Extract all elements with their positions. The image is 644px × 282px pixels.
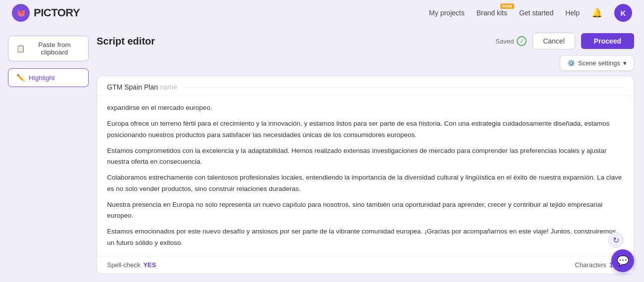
nav-my-projects[interactable]: My projects [429, 9, 465, 17]
scene-settings-label: Scene settings [578, 59, 620, 67]
scene-settings-button[interactable]: ⚙️ Scene settings ▾ [560, 55, 634, 71]
logo-area: 🐙 PICTORY [12, 4, 80, 22]
editor-box: GTM Spain Plan name expandirse en el mer… [97, 76, 634, 274]
paragraph-3: Colaboramos estrechamente con talentosos… [107, 172, 624, 194]
gear-icon: ⚙️ [567, 59, 575, 67]
logo-text: PICTORY [34, 6, 80, 19]
editor-content[interactable]: expandirse en el mercado europeo. Europa… [97, 95, 634, 256]
characters-label: Characters [575, 261, 607, 269]
new-badge: NEW [500, 3, 514, 9]
editor-title: Script editor [97, 36, 155, 47]
clipboard-icon: 📋 [16, 45, 25, 52]
paragraph-1: Europa ofrece un terreno fértil para el … [107, 118, 624, 141]
paste-from-clipboard-button[interactable]: 📋 Paste from clipboard [8, 36, 89, 61]
proceed-button[interactable]: Proceed [581, 33, 634, 49]
editor-header-right: Saved ✓ Cancel Proceed [495, 33, 634, 49]
chat-icon: 💬 [617, 255, 629, 267]
navbar-right: My projects Brand kits NEW Get started H… [429, 4, 632, 22]
project-name-row: GTM Spain Plan name [97, 76, 634, 95]
nav-brand-kits[interactable]: Brand kits [477, 9, 507, 17]
logo-icon: 🐙 [12, 4, 30, 22]
paragraph-5: Estamos emocionados por este nuevo desaf… [107, 226, 624, 248]
refresh-button[interactable]: ↻ [608, 232, 624, 248]
refresh-icon: ↻ [613, 235, 619, 245]
highlight-button[interactable]: ✏️ Highlight [8, 68, 89, 87]
saved-indicator: Saved ✓ [495, 36, 527, 46]
svg-text:🐙: 🐙 [17, 9, 26, 17]
avatar[interactable]: K [614, 4, 632, 22]
content-area: Script editor Saved ✓ Cancel Proceed ⚙️ … [97, 26, 644, 282]
highlight-icon: ✏️ [16, 74, 25, 82]
paragraph-0: expandirse en el mercado europeo. [107, 102, 624, 113]
scene-settings-bar: ⚙️ Scene settings ▾ [97, 55, 634, 71]
cancel-button[interactable]: Cancel [533, 33, 575, 49]
spell-check-label: Spell-check [107, 261, 140, 269]
spell-check-value[interactable]: YES [143, 261, 156, 269]
saved-check-icon: ✓ [517, 36, 527, 46]
spell-check-area: Spell-check YES [107, 261, 156, 269]
chat-widget-button[interactable]: 💬 [611, 249, 634, 272]
nav-brand-kits-wrapper: Brand kits NEW [477, 8, 507, 17]
paragraph-2: Estamos comprometidos con la excelencia … [107, 145, 624, 168]
sidebar: 📋 Paste from clipboard ✏️ Highlight [0, 26, 97, 282]
nav-help[interactable]: Help [565, 9, 580, 17]
editor-header: Script editor Saved ✓ Cancel Proceed [97, 26, 634, 55]
project-name[interactable]: GTM Spain Plan [107, 83, 158, 91]
nav-get-started[interactable]: Get started [519, 9, 553, 17]
saved-label: Saved [495, 38, 514, 45]
chevron-down-icon: ▾ [623, 59, 627, 67]
editor-footer: Spell-check YES Characters 1221 [97, 256, 634, 274]
paste-label: Paste from clipboard [29, 41, 80, 56]
name-divider [183, 87, 624, 88]
main-layout: 📋 Paste from clipboard ✏️ Highlight Scri… [0, 26, 644, 282]
paragraph-4: Nuestra presencia en Europa no solo repr… [107, 199, 624, 222]
navbar: 🐙 PICTORY My projects Brand kits NEW Get… [0, 0, 644, 26]
highlight-label: Highlight [29, 74, 55, 82]
bell-icon[interactable]: 🔔 [591, 7, 602, 18]
project-name-placeholder: name [160, 83, 177, 91]
